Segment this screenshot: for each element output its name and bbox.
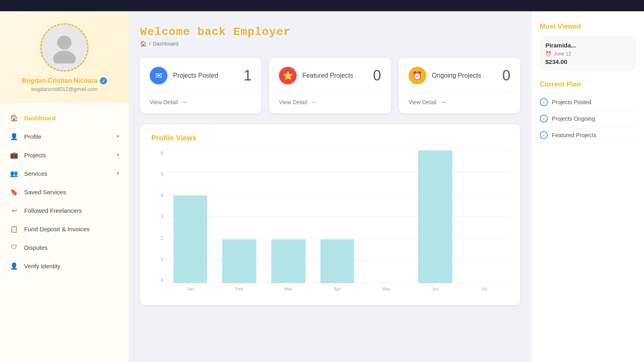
- ongoing-projects-icon: ⏰: [409, 67, 426, 84]
- y-label-0: 0: [151, 278, 163, 283]
- x-label-feb: Feb: [215, 284, 264, 295]
- sidebar-item-services[interactable]: 👥 Services ▾: [0, 164, 129, 183]
- sidebar-item-fund-deposit[interactable]: 📋 Fund Deposit & Invoices: [0, 220, 129, 238]
- fp-price: $234.00: [545, 58, 630, 65]
- fp-name: Piramida...: [545, 42, 630, 49]
- bar-apr: [320, 239, 355, 283]
- projects-posted-label: Projects Posted: [173, 72, 218, 79]
- bar-group-apr: [313, 150, 362, 283]
- bar-jun: [418, 150, 452, 283]
- stat-divider-3: [409, 93, 510, 93]
- fp-meta: ⏰ June 12: [545, 51, 630, 57]
- projects-posted-view-detail[interactable]: View Detail →: [150, 99, 252, 106]
- bar-group-jan: [166, 150, 215, 283]
- user-name: Bogdan-Cristian Nicoara ✓: [22, 77, 107, 84]
- invoice-icon: 📋: [10, 224, 19, 233]
- x-label-mar: Mar: [264, 284, 313, 295]
- projects-posted-count: 1: [244, 67, 252, 84]
- bar-group-jul: [460, 150, 509, 283]
- sidebar: Bogdan-Cristian Nicoara ✓ bogdancristi01…: [0, 11, 129, 362]
- chart-section: Profile Views 0 1 2 3 4 5 6: [140, 124, 520, 305]
- bar-group-may: [362, 150, 411, 283]
- chart-x-labels: Jan Feb Mar Apr May Jun Jul: [166, 284, 509, 295]
- sidebar-item-saved-services[interactable]: 🔖 Saved Services: [0, 183, 129, 201]
- plan-item-3: ✓ Featured Projects: [540, 127, 636, 144]
- current-plan-title: Current Plan: [540, 80, 636, 88]
- sidebar-item-dashboard[interactable]: 🏠 Dashboard: [0, 109, 129, 127]
- check-icon-1: ✓: [540, 98, 548, 106]
- sidebar-label-disputes: Disputes: [24, 244, 47, 251]
- chart-container: 0 1 2 3 4 5 6: [151, 150, 509, 295]
- avatar-wrapper: [40, 23, 89, 72]
- shield-icon: 🛡: [10, 243, 19, 252]
- ongoing-projects-view-detail[interactable]: View Detail →: [409, 99, 510, 106]
- view-detail-text-ongoing: View Detail: [409, 99, 437, 105]
- briefcase-icon: 💼: [10, 150, 19, 159]
- arrow-right-icon-3: →: [440, 99, 446, 106]
- x-label-apr: Apr: [313, 284, 362, 295]
- identity-icon: 👤: [10, 261, 19, 270]
- x-label-may: May: [362, 284, 411, 295]
- stat-card-left-featured: ⭐ Featured Projects: [279, 67, 353, 84]
- sidebar-item-verify-identity[interactable]: 👤 Verify Identity: [0, 257, 129, 275]
- sidebar-item-projects[interactable]: 💼 Projects ▾: [0, 146, 129, 164]
- main-content: Welcome back Employer 🏠 / Dashboard ✉ Pr…: [129, 11, 644, 362]
- follow-icon: ↩: [10, 206, 19, 215]
- most-viewed-title: Most Viewed: [540, 23, 636, 31]
- breadcrumb-home-icon: 🏠: [140, 41, 147, 47]
- x-label-jun: Jun: [411, 284, 460, 295]
- bar-mar: [271, 239, 305, 283]
- stat-card-ongoing-projects: ⏰ Ongoing Projects 0 View Detail →: [399, 58, 520, 113]
- stat-card-left-projects: ✉ Projects Posted: [150, 67, 218, 84]
- svg-point-1: [53, 51, 76, 64]
- bar-group-mar: [264, 150, 313, 283]
- sidebar-profile: Bogdan-Cristian Nicoara ✓ bogdancristi01…: [0, 11, 129, 102]
- chevron-icon-profile: ▾: [117, 134, 119, 139]
- view-detail-text-featured: View Detail: [279, 99, 307, 105]
- stat-cards: ✉ Projects Posted 1 View Detail → ⭐: [140, 58, 520, 113]
- stat-divider-2: [279, 93, 381, 93]
- stat-card-featured-projects: ⭐ Featured Projects 0 View Detail →: [269, 58, 390, 113]
- chevron-icon-projects: ▾: [117, 152, 119, 158]
- stat-card-top-projects: ✉ Projects Posted 1: [150, 67, 252, 84]
- y-label-1: 1: [151, 256, 163, 262]
- person-icon: 👤: [10, 132, 19, 141]
- bar-feb: [222, 239, 256, 283]
- sidebar-label-projects: Projects: [24, 152, 46, 158]
- y-label-5: 5: [151, 172, 163, 177]
- sidebar-item-disputes[interactable]: 🛡 Disputes: [0, 238, 129, 257]
- plan-item-label-2: Projects Ongoing: [552, 115, 595, 122]
- sidebar-label-verify-identity: Verify Identity: [24, 263, 60, 269]
- featured-projects-view-detail[interactable]: View Detail →: [279, 99, 381, 106]
- avatar-icon: [48, 31, 80, 64]
- sidebar-label-dashboard: Dashboard: [24, 115, 56, 121]
- plan-item-label-1: Projects Posted: [552, 99, 591, 105]
- check-icon-3: ✓: [540, 131, 548, 139]
- featured-projects-count: 0: [373, 67, 381, 84]
- svg-point-0: [57, 35, 71, 49]
- sidebar-item-profile[interactable]: 👤 Profile ▾: [0, 127, 129, 146]
- y-label-6: 6: [151, 150, 163, 156]
- breadcrumb-current: Dashboard: [153, 41, 179, 47]
- user-name-text: Bogdan-Cristian Nicoara: [22, 77, 97, 84]
- sidebar-nav: 🏠 Dashboard 👤 Profile ▾ 💼 Projects ▾ 👥 S…: [0, 102, 129, 282]
- stat-card-top-ongoing: ⏰ Ongoing Projects 0: [409, 67, 510, 84]
- projects-posted-icon: ✉: [150, 67, 167, 84]
- plan-item-2: ✓ Projects Ongoing: [540, 111, 636, 127]
- sidebar-label-profile: Profile: [24, 133, 41, 140]
- bar-group-jun: [411, 150, 460, 283]
- sidebar-item-followed-freelancers[interactable]: ↩ Followed Freelancers: [0, 201, 129, 220]
- y-label-4: 4: [151, 193, 163, 198]
- featured-project-card: Piramida... ⏰ June 12 $234.00: [540, 36, 636, 71]
- bookmark-icon: 🔖: [10, 187, 19, 196]
- chart-y-axis: 0 1 2 3 4 5 6: [151, 150, 163, 283]
- top-bar: [0, 0, 644, 11]
- ongoing-projects-count: 0: [502, 67, 510, 84]
- bar-jan: [173, 195, 208, 283]
- arrow-right-icon-1: →: [181, 99, 188, 106]
- breadcrumb-separator: /: [149, 41, 151, 47]
- chevron-icon-services: ▾: [117, 171, 119, 176]
- clock-icon-fp: ⏰: [545, 51, 551, 57]
- view-detail-text-projects: View Detail: [150, 99, 178, 105]
- arrow-right-icon-2: →: [310, 99, 317, 106]
